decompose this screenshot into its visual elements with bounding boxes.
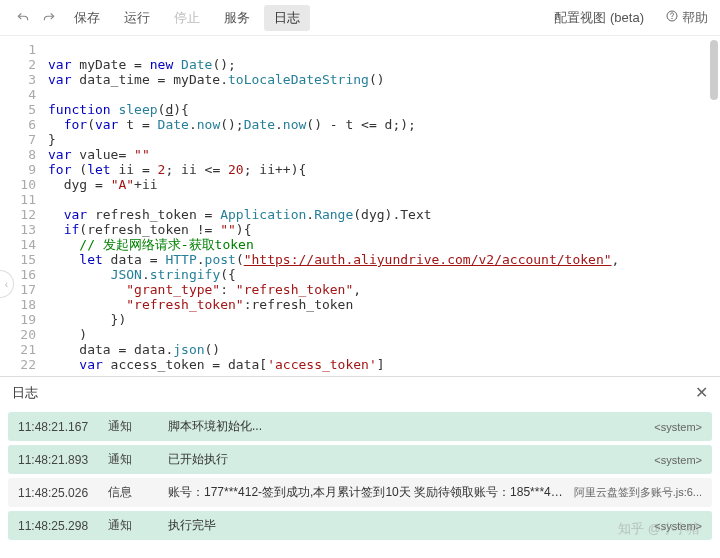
log-rows: 11:48:21.167通知脚本环境初始化...<system>11:48:21…	[0, 412, 720, 540]
code-line[interactable]: )	[48, 327, 720, 342]
line-number: 22	[0, 357, 36, 372]
line-number: 6	[0, 117, 36, 132]
log-row: 11:48:21.167通知脚本环境初始化...<system>	[8, 412, 712, 441]
service-button[interactable]: 服务	[214, 5, 260, 31]
log-source: 阿里云盘签到多账号.js:6...	[574, 485, 702, 500]
line-number: 8	[0, 147, 36, 162]
code-line[interactable]: function sleep(d){	[48, 102, 720, 117]
line-number: 5	[0, 102, 36, 117]
code-line[interactable]: var refresh_token = Application.Range(dy…	[48, 207, 720, 222]
code-line[interactable]: "grant_type": "refresh_token",	[48, 282, 720, 297]
code-line[interactable]	[48, 192, 720, 207]
code-line[interactable]: var access_token = data['access_token']	[48, 357, 720, 372]
redo-icon[interactable]	[38, 7, 60, 29]
code-line[interactable]: dyg = "A"+ii	[48, 177, 720, 192]
log-type: 通知	[108, 451, 168, 468]
line-number: 15	[0, 252, 36, 267]
code-line[interactable]: })	[48, 312, 720, 327]
run-button[interactable]: 运行	[114, 5, 160, 31]
log-type: 信息	[108, 484, 168, 501]
code-line[interactable]: data = data.json()	[48, 342, 720, 357]
log-source: <system>	[654, 454, 702, 466]
log-message: 账号：177***412-签到成功,本月累计签到10天 奖励待领取账号：185*…	[168, 484, 574, 501]
code-line[interactable]: for(var t = Date.now();Date.now() - t <=…	[48, 117, 720, 132]
code-line[interactable]	[48, 87, 720, 102]
line-number: 10	[0, 177, 36, 192]
code-line[interactable]: JSON.stringify({	[48, 267, 720, 282]
line-number: 7	[0, 132, 36, 147]
stop-button: 停止	[164, 5, 210, 31]
line-number: 9	[0, 162, 36, 177]
line-number: 20	[0, 327, 36, 342]
code-line[interactable]: }	[48, 132, 720, 147]
line-number: 19	[0, 312, 36, 327]
code-line[interactable]	[48, 42, 720, 57]
undo-icon[interactable]	[12, 7, 34, 29]
code-line[interactable]: // 发起网络请求-获取token	[48, 237, 720, 252]
line-number: 18	[0, 297, 36, 312]
code-line[interactable]: var myDate = new Date();	[48, 57, 720, 72]
line-number: 12	[0, 207, 36, 222]
log-source: <system>	[654, 520, 702, 532]
line-number: 11	[0, 192, 36, 207]
log-time: 11:48:25.298	[18, 519, 108, 533]
log-source: <system>	[654, 421, 702, 433]
log-panel: 日志 ✕ 11:48:21.167通知脚本环境初始化...<system>11:…	[0, 376, 720, 540]
log-message: 脚本环境初始化...	[168, 418, 654, 435]
log-row: 11:48:25.026信息账号：177***412-签到成功,本月累计签到10…	[8, 478, 712, 507]
line-number: 2	[0, 57, 36, 72]
vertical-scrollbar[interactable]	[710, 40, 718, 100]
log-type: 通知	[108, 517, 168, 534]
code-line[interactable]: var value= ""	[48, 147, 720, 162]
log-row: 11:48:25.298通知执行完毕<system>	[8, 511, 712, 540]
log-type: 通知	[108, 418, 168, 435]
log-time: 11:48:21.893	[18, 453, 108, 467]
code-line[interactable]: "refresh_token":refresh_token	[48, 297, 720, 312]
line-number: 1	[0, 42, 36, 57]
code-line[interactable]: for (let ii = 2; ii <= 20; ii++){	[48, 162, 720, 177]
log-time: 11:48:21.167	[18, 420, 108, 434]
code-line[interactable]: if(refresh_token != ""){	[48, 222, 720, 237]
line-number: 14	[0, 237, 36, 252]
save-button[interactable]: 保存	[64, 5, 110, 31]
line-number: 21	[0, 342, 36, 357]
toolbar: 保存 运行 停止 服务 日志 配置视图 (beta) 帮助	[0, 0, 720, 36]
code-line[interactable]: var data_time = myDate.toLocaleDateStrin…	[48, 72, 720, 87]
log-panel-title: 日志	[12, 384, 695, 402]
line-number: 4	[0, 87, 36, 102]
code-line[interactable]: let data = HTTP.post("https://auth.aliyu…	[48, 252, 720, 267]
config-view-button[interactable]: 配置视图 (beta)	[544, 5, 654, 31]
log-row: 11:48:21.893通知已开始执行<system>	[8, 445, 712, 474]
code-area[interactable]: var myDate = new Date();var data_time = …	[48, 36, 720, 376]
line-gutter: 12345678910111213141516171819202122	[0, 36, 48, 376]
line-number: 13	[0, 222, 36, 237]
close-icon[interactable]: ✕	[695, 383, 708, 402]
log-time: 11:48:25.026	[18, 486, 108, 500]
line-number: 3	[0, 72, 36, 87]
log-message: 执行完毕	[168, 517, 654, 534]
code-editor[interactable]: 12345678910111213141516171819202122 var …	[0, 36, 720, 376]
help-icon	[666, 10, 678, 25]
log-message: 已开始执行	[168, 451, 654, 468]
help-label: 帮助	[682, 9, 708, 27]
svg-point-1	[672, 18, 673, 19]
log-tab-button[interactable]: 日志	[264, 5, 310, 31]
help-button[interactable]: 帮助	[666, 9, 708, 27]
